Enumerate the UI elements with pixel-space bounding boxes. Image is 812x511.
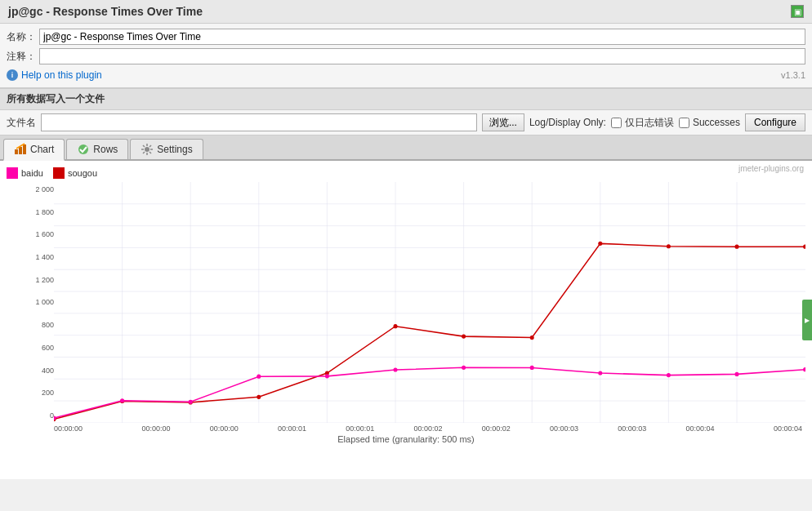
successes-checkbox[interactable]	[679, 118, 689, 128]
successes-label: Successes	[693, 117, 740, 128]
error-only-label: 仅日志错误	[625, 116, 674, 130]
svg-point-44	[667, 244, 671, 248]
window-title: jp@gc - Response Times Over Time	[8, 5, 203, 18]
side-panel-button[interactable]: ▶	[802, 300, 812, 340]
log-display-label: Log/Display Only:	[529, 117, 606, 128]
svg-point-54	[530, 366, 534, 370]
x-tick-labels: 00:00:00 00:00:00 00:00:00 00:00:01 00:0…	[54, 424, 805, 433]
tab-settings[interactable]: Settings	[130, 139, 203, 159]
comment-label: 注释：	[7, 50, 39, 64]
svg-point-56	[667, 373, 671, 377]
side-panel-icon: ▶	[805, 317, 810, 324]
svg-rect-2	[23, 144, 26, 154]
svg-point-41	[462, 335, 466, 339]
settings-tab-icon	[141, 143, 154, 156]
chart-tab-icon	[14, 143, 27, 156]
successes-checkbox-group: Successes	[679, 117, 740, 128]
svg-point-3	[78, 144, 88, 154]
svg-point-43	[598, 242, 602, 246]
name-row: 名称：	[7, 27, 805, 47]
svg-rect-13	[54, 182, 805, 423]
file-row: 文件名 浏览... Log/Display Only: 仅日志错误 Succes…	[0, 110, 812, 136]
close-button[interactable]: ▣	[791, 5, 804, 18]
svg-point-42	[530, 335, 534, 340]
help-row: i Help on this plugin v1.3.1	[7, 66, 805, 84]
form-area: 名称： 注释： i Help on this plugin v1.3.1	[0, 24, 812, 88]
comment-input[interactable]	[39, 48, 805, 64]
svg-point-50	[257, 375, 261, 379]
version-label: v1.3.1	[781, 70, 805, 80]
section-header: 所有数据写入一个文件	[0, 88, 812, 110]
svg-point-40	[394, 324, 398, 328]
svg-point-55	[598, 371, 602, 375]
tab-rows[interactable]: Rows	[66, 139, 128, 159]
svg-line-12	[143, 152, 145, 153]
svg-point-38	[257, 395, 261, 399]
info-icon: i	[7, 69, 18, 81]
svg-point-53	[462, 366, 466, 370]
chart-area: jmeter-plugins.org baidu sougou Response…	[0, 161, 812, 479]
baidu-label: baidu	[21, 168, 43, 178]
browse-button[interactable]: 浏览...	[482, 113, 524, 131]
chart-with-yaxis: Response times in ms 2 000 1 800 1 600 1…	[13, 182, 805, 423]
svg-point-57	[735, 372, 739, 376]
sougou-label: sougou	[68, 168, 97, 178]
chart-watermark: jmeter-plugins.org	[738, 164, 804, 173]
chart-legend: baidu sougou	[7, 167, 805, 179]
svg-point-4	[145, 147, 149, 152]
tab-chart-label: Chart	[30, 144, 54, 155]
svg-point-52	[394, 367, 398, 371]
svg-point-49	[189, 400, 193, 404]
comment-row: 注释：	[7, 47, 805, 66]
legend-baidu: baidu	[7, 167, 43, 179]
help-text: Help on this plugin	[21, 69, 102, 81]
y-tick-labels: 2 000 1 800 1 600 1 400 1 200 1 000 800 …	[25, 182, 54, 423]
svg-point-45	[735, 245, 739, 249]
baidu-color-swatch	[7, 167, 18, 179]
tab-rows-label: Rows	[93, 144, 118, 155]
svg-line-9	[143, 145, 145, 147]
svg-point-48	[120, 398, 124, 402]
svg-point-51	[325, 374, 329, 378]
tab-settings-label: Settings	[157, 144, 192, 155]
legend-sougou: sougou	[53, 167, 97, 179]
file-input[interactable]	[41, 113, 477, 131]
svg-rect-0	[15, 149, 18, 154]
title-bar: jp@gc - Response Times Over Time ▣	[0, 0, 812, 24]
tab-chart[interactable]: Chart	[3, 139, 65, 161]
name-input[interactable]	[39, 29, 805, 45]
tab-bar: Chart Rows Settings	[0, 136, 812, 161]
name-label: 名称：	[7, 30, 39, 44]
configure-button[interactable]: Configure	[745, 113, 805, 131]
error-only-checkbox[interactable]	[611, 118, 622, 128]
svg-line-10	[149, 152, 151, 153]
error-checkbox-group: 仅日志错误	[611, 116, 674, 130]
svg-line-11	[149, 145, 151, 147]
rows-tab-icon	[77, 143, 90, 156]
sougou-color-swatch	[53, 167, 65, 179]
help-link[interactable]: i Help on this plugin	[7, 69, 102, 81]
chart-svg	[54, 182, 805, 423]
chart-plot-area	[54, 182, 805, 423]
x-axis-label: Elapsed time (granularity: 500 ms)	[7, 434, 805, 444]
svg-rect-1	[19, 147, 22, 154]
file-label: 文件名	[7, 116, 36, 130]
